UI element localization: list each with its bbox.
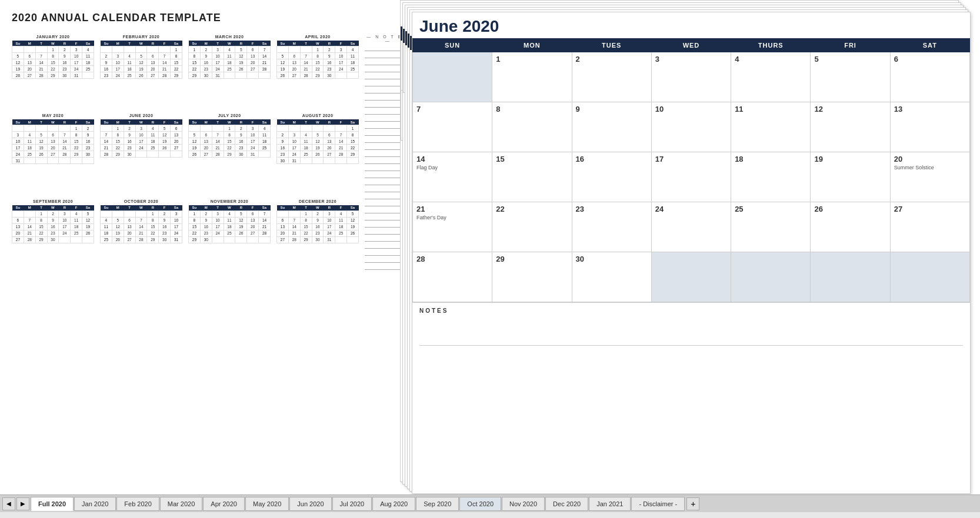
tab-dec-2020[interactable]: Dec 2020: [545, 497, 588, 511]
notes-line: [365, 81, 400, 86]
mini-month-7: AUGUST 2020SuMTWRFSa12345678910111213141…: [276, 113, 359, 191]
tab-jan-2020[interactable]: Jan 2020: [74, 497, 116, 511]
fathers-day-note: Father's Day: [416, 215, 488, 220]
mini-month-8: SEPTEMBER 2020SuMTWRFSa12345678910111213…: [12, 199, 94, 270]
notes-line: [365, 52, 400, 58]
notes-line: [365, 236, 400, 242]
mini-month-1: FEBRUARY 2020SuMTWRFSa123456789101112131…: [100, 35, 182, 105]
notes-column: — N O T E S —: [365, 35, 400, 270]
notes-line: [365, 179, 400, 185]
mini-month-11: DECEMBER 2020SuMTWRFSa123456789101112131…: [276, 199, 359, 270]
tab-oct-2020[interactable]: Oct 2020: [459, 497, 501, 511]
tab-sep-2020[interactable]: Sep 2020: [416, 497, 459, 511]
notes-line: [365, 151, 400, 157]
tab-jun-2020[interactable]: Jun 2020: [289, 497, 331, 511]
tab-jul-2020[interactable]: Jul 2020: [332, 497, 372, 511]
tab-mar-2020[interactable]: Mar 2020: [160, 497, 202, 511]
jun-week-5: 28 29 30: [413, 252, 970, 302]
sheet-june: June 2020 SUN MON TUES WED THURS FRI SAT: [412, 12, 971, 494]
mini-month-0: JANUARY 2020SuMTWRFSa1234567891011121314…: [12, 35, 94, 105]
tab-nov-2020[interactable]: Nov 2020: [502, 497, 545, 511]
notes-line: [365, 137, 400, 143]
notes-line: [365, 88, 400, 93]
notes-line: [365, 102, 400, 108]
notes-line: [365, 186, 400, 192]
notes-line: [365, 116, 400, 122]
notes-line: [365, 208, 400, 213]
jun-week-4: 21Father's Day 22 23 24 25 26 27: [413, 202, 970, 252]
jun-week-3: 14Flag Day 15 16 17 18 19 20Summer Solst…: [413, 152, 970, 202]
june-notes-section: NOTES: [412, 302, 970, 350]
jun-table: SUN MON TUES WED THURS FRI SAT 1: [412, 38, 970, 302]
notes-line: [365, 250, 400, 256]
tab-feb-2020[interactable]: Feb 2020: [116, 497, 159, 511]
notes-line: [365, 229, 400, 235]
notes-lines: [365, 45, 400, 270]
notes-line: [365, 109, 400, 115]
notes-line: [365, 165, 400, 171]
add-tab-btn[interactable]: +: [686, 497, 699, 510]
jun-week-1: 1 2 3 4 5 6: [413, 52, 970, 102]
tab-jan-2021[interactable]: Jan 2021: [589, 497, 631, 511]
notes-line: [365, 257, 400, 263]
left-panel: 2020 ANNUAL CALENDAR TEMPLATE JANUARY 20…: [0, 0, 400, 494]
notes-line: [365, 130, 400, 136]
tab---disclaimer--[interactable]: - Disclaimer -: [631, 497, 685, 511]
stacked-calendars: January 2020 SUNMONTUES WEDTHURSFRISAT 1…: [400, 0, 980, 494]
notes-line: [365, 158, 400, 164]
notes-line: [365, 200, 400, 206]
june-notes-label: NOTES: [419, 308, 963, 314]
mini-month-9: OCTOBER 2020SuMTWRFSa1234567891011121314…: [100, 199, 182, 270]
tab-apr-2020[interactable]: Apr 2020: [203, 497, 245, 511]
flag-day-note: Flag Day: [416, 165, 488, 171]
notes-line: [365, 172, 400, 178]
tab-bar: ◀ ▶ Full 2020Jan 2020Feb 2020Mar 2020Apr…: [0, 494, 980, 512]
notes-line: [365, 215, 400, 220]
annual-title: 2020 ANNUAL CALENDAR TEMPLATE: [12, 12, 388, 24]
mini-month-5: JUNE 2020SuMTWRFSa1234567891011121314151…: [100, 113, 182, 191]
tab-next-btn[interactable]: ▶: [16, 497, 29, 510]
tab-aug-2020[interactable]: Aug 2020: [372, 497, 415, 511]
jun-week-2: 7 8 9 10 11 12 13: [413, 102, 970, 152]
notes-line: [365, 59, 400, 65]
mini-month-4: MAY 2020SuMTWRFSa12345678910111213141516…: [12, 113, 94, 191]
notes-line: [365, 73, 400, 79]
notes-title: — N O T E S —: [365, 35, 400, 43]
mini-month-3: APRIL 2020SuMTWRFSa123456789101112131415…: [276, 35, 359, 105]
notes-line: [365, 95, 400, 101]
mini-month-10: NOVEMBER 2020SuMTWRFSa123456789101112131…: [188, 199, 271, 270]
summer-solstice-note: Summer Solstice: [894, 165, 966, 171]
notes-line: [365, 66, 400, 72]
mini-month-2: MARCH 2020SuMTWRFSa123456789101112131415…: [188, 35, 271, 105]
right-panel: January 2020 SUNMONTUES WEDTHURSFRISAT 1…: [400, 0, 980, 494]
notes-line: [365, 45, 400, 51]
tab-prev-btn[interactable]: ◀: [2, 497, 15, 510]
notes-line: [365, 144, 400, 150]
main-area: 2020 ANNUAL CALENDAR TEMPLATE JANUARY 20…: [0, 0, 980, 494]
tab-may-2020[interactable]: May 2020: [245, 497, 289, 511]
mini-month-6: JULY 2020SuMTWRFSa1234567891011121314151…: [188, 113, 271, 191]
notes-line: [365, 123, 400, 129]
notes-line: [365, 222, 400, 228]
jun-title: June 2020: [412, 12, 970, 38]
notes-line: [365, 264, 400, 270]
notes-line: [365, 193, 400, 199]
notes-line: [365, 243, 400, 249]
tab-full-2020[interactable]: Full 2020: [31, 497, 74, 511]
